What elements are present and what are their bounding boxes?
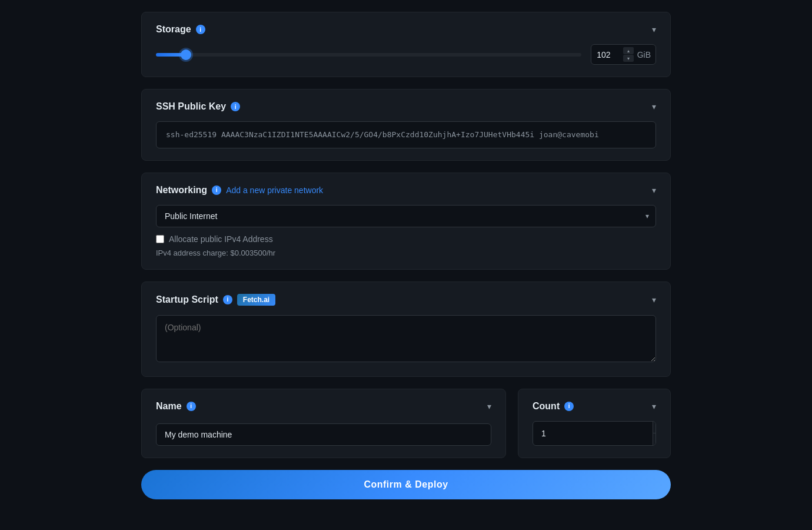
network-select-wrapper: Public Internet ▾ xyxy=(156,205,656,227)
name-input[interactable] xyxy=(156,423,491,446)
ipv4-checkbox-label[interactable]: Allocate public IPv4 Address xyxy=(169,234,273,244)
networking-title-text: Networking xyxy=(156,185,207,196)
networking-chevron-icon[interactable]: ▾ xyxy=(652,186,656,195)
name-count-row: Name i ▾ Count i ▾ xyxy=(141,389,671,458)
ssh-title-text: SSH Public Key xyxy=(156,101,226,112)
name-info-icon[interactable]: i xyxy=(187,402,196,411)
storage-title: Storage i xyxy=(156,24,205,35)
startup-script-title-text: Startup Script xyxy=(156,294,218,305)
networking-info-icon[interactable]: i xyxy=(212,186,221,195)
ssh-info-icon[interactable]: i xyxy=(231,102,240,111)
count-spinners: ▴ ▾ xyxy=(653,422,656,445)
storage-value-group: ▴ ▾ GiB xyxy=(591,44,656,65)
networking-header: Networking i Add a new private network ▾ xyxy=(156,185,656,196)
ssh-chevron-icon[interactable]: ▾ xyxy=(652,102,656,111)
name-title-text: Name xyxy=(156,401,182,412)
storage-title-text: Storage xyxy=(156,24,191,35)
startup-script-section: Startup Script i Fetch.ai ▾ xyxy=(141,281,671,377)
ssh-key-display: ssh-ed25519 AAAAC3NzaC1IZDI1NTE5AAAAICw2… xyxy=(156,121,656,148)
storage-spin-up[interactable]: ▴ xyxy=(623,47,634,54)
networking-title: Networking i Add a new private network xyxy=(156,185,323,196)
name-title: Name i xyxy=(156,401,196,412)
name-chevron-icon[interactable]: ▾ xyxy=(487,402,491,411)
ipv4-charge-label: IPv4 address charge: $0.003500/hr xyxy=(156,249,656,257)
storage-slider-thumb[interactable] xyxy=(181,49,191,60)
add-network-link[interactable]: Add a new private network xyxy=(226,186,323,195)
ssh-section: SSH Public Key i ▾ ssh-ed25519 AAAAC3Nza… xyxy=(141,89,671,161)
startup-script-header: Startup Script i Fetch.ai ▾ xyxy=(156,294,656,306)
ssh-header: SSH Public Key i ▾ xyxy=(156,101,656,112)
fetch-ai-badge[interactable]: Fetch.ai xyxy=(237,294,275,306)
storage-header: Storage i ▾ xyxy=(156,24,656,35)
ipv4-checkbox[interactable] xyxy=(156,235,164,243)
count-info-icon[interactable]: i xyxy=(564,402,574,411)
confirm-btn-wrapper: Confirm & Deploy xyxy=(141,470,671,499)
networking-section: Networking i Add a new private network ▾… xyxy=(141,173,671,270)
count-section: Count i ▾ ▴ ▾ xyxy=(518,389,671,458)
storage-spinners: ▴ ▾ xyxy=(623,47,634,62)
startup-script-info-icon[interactable]: i xyxy=(223,295,232,304)
name-section: Name i ▾ xyxy=(141,389,506,458)
network-select[interactable]: Public Internet xyxy=(156,205,656,227)
storage-slider-container: ▴ ▾ GiB xyxy=(156,44,656,65)
storage-input[interactable] xyxy=(596,50,620,59)
startup-script-textarea[interactable] xyxy=(156,315,656,362)
count-title: Count i xyxy=(533,401,574,412)
storage-chevron-icon[interactable]: ▾ xyxy=(652,25,656,34)
startup-script-chevron-icon[interactable]: ▾ xyxy=(652,295,656,304)
confirm-deploy-button[interactable]: Confirm & Deploy xyxy=(141,470,671,499)
storage-spin-down[interactable]: ▾ xyxy=(623,55,634,62)
storage-info-icon[interactable]: i xyxy=(196,25,205,34)
count-chevron-icon[interactable]: ▾ xyxy=(652,402,656,411)
count-spin-up[interactable]: ▴ xyxy=(653,422,656,434)
count-input-wrapper: ▴ ▾ xyxy=(533,421,656,446)
storage-section: Storage i ▾ ▴ ▾ GiB xyxy=(141,12,671,77)
count-title-text: Count xyxy=(533,401,560,412)
count-spin-down[interactable]: ▾ xyxy=(653,433,656,445)
count-header: Count i ▾ xyxy=(533,401,656,412)
storage-slider-track[interactable] xyxy=(156,53,581,57)
startup-script-title: Startup Script i Fetch.ai xyxy=(156,294,275,306)
ipv4-checkbox-row: Allocate public IPv4 Address xyxy=(156,234,656,244)
ssh-title: SSH Public Key i xyxy=(156,101,240,112)
storage-unit-label: GiB xyxy=(637,50,651,59)
count-input[interactable] xyxy=(533,423,653,444)
name-header: Name i ▾ xyxy=(156,401,491,412)
